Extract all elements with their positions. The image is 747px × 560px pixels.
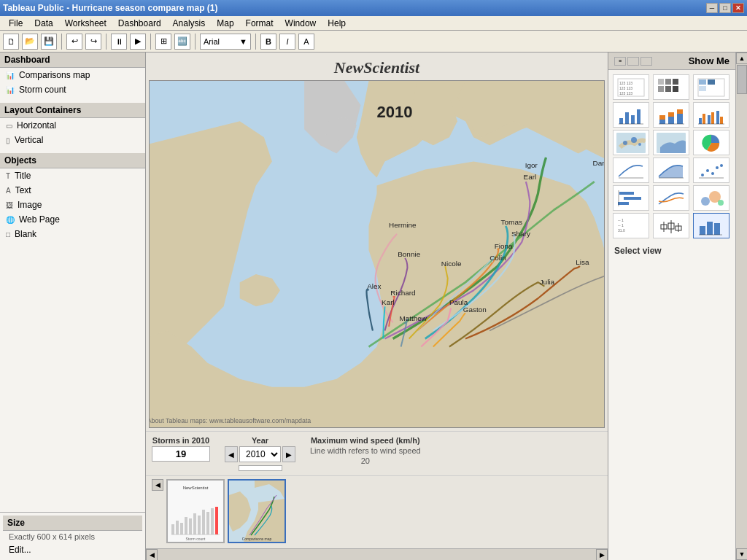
close-button[interactable]: ✕ [732,3,744,13]
toolbar-run[interactable]: ▶ [130,34,146,50]
blank-icon: □ [6,230,10,238]
chart-area[interactable] [653,158,689,183]
wind-label: Maximum wind speed (km/h) [311,436,420,445]
scroll-track[interactable] [158,549,596,561]
show-me-icon-1: ≡ [614,57,626,66]
svg-rect-49 [720,117,723,124]
thumbnail-chart[interactable]: NewScientist Storm count [166,479,225,543]
thumbnails-scroll-left[interactable]: ◀ [152,479,163,491]
storm-label-igor: Igor [525,161,538,169]
show-me-panel: ≡ Show Me 123 123 123 123 123 123 [608,52,735,560]
chart-icon-bar [616,105,646,125]
svg-rect-24 [673,79,678,85]
scroll-right-button[interactable]: ▶ [596,549,608,561]
dashboard-item-storm-count[interactable]: 📊 Storm count [0,82,145,97]
thumbnails: ◀ NewScientist [146,475,608,548]
year-dropdown[interactable]: 2010 [239,446,281,462]
svg-rect-44 [699,118,702,124]
svg-point-69 [701,197,710,206]
layout-horizontal[interactable]: ▭ Horizontal [0,118,145,133]
year-prev-button[interactable]: ◀ [225,446,238,462]
chart-scatter[interactable] [693,158,729,183]
menu-dashboard[interactable]: Dashboard [112,17,167,30]
chart-map-symbol[interactable] [613,130,649,155]
svg-rect-9 [198,516,201,534]
chart-highlight-table[interactable] [693,74,729,100]
object-webpage[interactable]: 🌐 Web Page [0,212,145,227]
menu-format[interactable]: Format [240,17,279,30]
chart-icon-histogram: ─ 1 ─ 1 31.0 [616,216,646,236]
toolbar-bold[interactable]: B [260,34,276,50]
chart-pie[interactable] [693,130,729,155]
vscroll-up-button[interactable]: ▲ [736,52,747,64]
svg-text:Storm count: Storm count [186,537,206,541]
toolbar-layout[interactable]: ⊞ [155,34,171,50]
chart-gantt[interactable] [613,185,649,211]
toolbar-format[interactable]: 🔤 [174,34,190,50]
chart-box-whisker[interactable] [653,213,689,238]
toolbar-open[interactable]: 📂 [22,34,38,50]
object-blank[interactable]: □ Blank [0,227,145,241]
object-title[interactable]: T Title [0,168,145,183]
toolbar-undo[interactable]: ↩ [66,34,82,50]
svg-rect-27 [673,86,678,92]
toolbar-pause[interactable]: ⏸ [111,34,127,50]
object-image[interactable]: 🖼 Image [0,198,145,212]
storm-label-colin: Colin [489,254,506,262]
menu-analysis[interactable]: Analysis [167,17,212,30]
chart-icon-map-filled [657,133,686,153]
dashboard-item-comparisons[interactable]: 📊 Comparisons map [0,68,145,82]
chart-bar-stacked-vertical[interactable] [693,213,729,238]
toolbar-save[interactable]: 💾 [41,34,57,50]
chart-dual-axis[interactable] [653,185,689,211]
chart-histogram[interactable]: ─ 1 ─ 1 31.0 [613,213,649,238]
minimize-button[interactable]: ─ [706,3,718,13]
chart-stacked-bar[interactable] [653,102,689,128]
object-text[interactable]: A Text [0,183,145,198]
year-next-button[interactable]: ▶ [282,446,295,462]
chart-icon-line [616,160,646,181]
toolbar-redo[interactable]: ↪ [85,34,101,50]
menu-data[interactable]: Data [28,17,58,30]
svg-rect-42 [677,109,683,114]
menu-bar: File Data Worksheet Dashboard Analysis M… [0,16,747,31]
edit-link[interactable]: Edit... [3,542,142,557]
menu-file[interactable]: File [3,17,28,30]
vscroll-down-button[interactable]: ▼ [736,548,747,560]
svg-rect-83 [714,223,720,235]
chart-side-by-side-bar[interactable] [693,102,729,128]
menu-worksheet[interactable]: Worksheet [59,17,112,30]
storm-label-karl: Karl [382,298,395,306]
svg-rect-34 [631,115,635,124]
toolbar-italic[interactable]: I [279,34,295,50]
menu-help[interactable]: Help [322,17,352,30]
bottom-scrollbar: ◀ ▶ [146,548,608,560]
svg-rect-35 [637,109,640,124]
svg-point-59 [701,174,704,176]
chart-bar[interactable] [613,102,649,128]
comparisons-icon: 📊 [6,71,15,79]
map-frame[interactable]: Igor Danielle Earl Hermine Tomas Shary F… [149,80,605,428]
menu-map[interactable]: Map [211,17,239,30]
toolbar-font-dropdown[interactable]: Arial ▼ [200,34,251,50]
svg-rect-65 [619,192,634,195]
menu-window[interactable]: Window [279,17,322,30]
layout-vertical[interactable]: ▯ Vertical [0,133,145,147]
toolbar-new[interactable]: 🗋 [3,34,19,50]
thumbnail-map[interactable]: Comparisons map [228,479,286,543]
maximize-button[interactable]: □ [719,3,731,13]
chart-map-filled[interactable] [653,130,689,155]
image-icon: 🖼 [6,201,13,209]
svg-rect-4 [176,521,179,534]
toolbar-color[interactable]: A [298,34,314,50]
chart-icon-stacked-bar [657,105,686,125]
chart-heat-map[interactable] [653,74,689,100]
chart-bubble[interactable] [693,185,729,211]
vertical-label: Vertical [15,135,43,145]
edit-label[interactable]: Edit... [9,545,31,555]
vscroll-thumb[interactable] [737,65,747,94]
year-slider[interactable] [239,465,282,471]
chart-line[interactable] [613,158,649,183]
scroll-left-button[interactable]: ◀ [146,549,158,561]
chart-text-table[interactable]: 123 123 123 123 123 123 [613,74,649,100]
